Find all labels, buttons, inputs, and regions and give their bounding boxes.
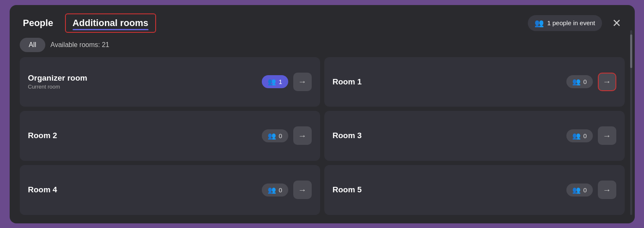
people-badge-icon: 👥	[534, 18, 544, 28]
room-count-room5: 👥 0	[566, 183, 592, 197]
count-icon-room1: 👥	[572, 78, 581, 86]
room-name-room4: Room 4	[28, 185, 257, 194]
available-rooms-text: Available rooms: 21	[50, 41, 109, 49]
header-row: People Additional rooms 👥 1 people in ev…	[20, 13, 625, 33]
room-card-organizer: Organizer room Current room 👥 1 →︎	[20, 57, 320, 107]
room-name-organizer: Organizer room	[28, 73, 257, 83]
header-right: 👥 1 people in event ✕	[528, 15, 624, 31]
main-panel: People Additional rooms 👥 1 people in ev…	[10, 5, 635, 223]
join-arrow-room4: →︎	[298, 185, 307, 195]
join-button-room4[interactable]: →︎	[293, 181, 312, 199]
people-badge-label: 1 people in event	[547, 19, 595, 26]
filter-row: All Available rooms: 21	[20, 38, 625, 52]
count-value-room3: 0	[583, 132, 587, 139]
room-name-block-room3: Room 3	[333, 131, 562, 140]
room-count-room4: 👥 0	[262, 183, 288, 197]
count-icon-room4: 👥	[268, 186, 276, 194]
room-subtitle-organizer: Current room	[28, 84, 257, 90]
count-value-room1: 0	[583, 78, 587, 85]
join-button-room5[interactable]: →︎	[598, 181, 616, 199]
room-card-room1: Room 1 👥 0 →︎	[324, 57, 625, 107]
room-name-room1: Room 1	[333, 77, 562, 86]
count-value-room4: 0	[279, 186, 282, 194]
room-name-room2: Room 2	[28, 131, 257, 140]
join-arrow-organizer: →︎	[298, 77, 307, 86]
rooms-grid: Organizer room Current room 👥 1 →︎ Room …	[20, 57, 625, 215]
room-count-room3: 👥 0	[566, 129, 592, 142]
room-card-room5: Room 5 👥 0 →︎	[324, 165, 625, 215]
count-value-room2: 0	[279, 132, 282, 139]
people-in-event-badge: 👥 1 people in event	[528, 15, 602, 31]
room-name-block-organizer: Organizer room Current room	[28, 73, 257, 90]
room-card-room3: Room 3 👥 0 →︎	[324, 111, 625, 161]
tab-additional-rooms[interactable]: Additional rooms	[65, 13, 156, 33]
count-value-room5: 0	[583, 186, 587, 194]
count-value-organizer: 1	[279, 78, 282, 85]
join-button-room1[interactable]: →︎	[598, 73, 616, 91]
room-count-organizer: 👥 1	[262, 75, 288, 88]
count-icon-room3: 👥	[572, 132, 581, 140]
tab-people[interactable]: People	[20, 14, 60, 32]
room-name-block-room5: Room 5	[333, 185, 562, 194]
join-button-room2[interactable]: →︎	[293, 126, 312, 145]
join-arrow-room3: →︎	[603, 131, 611, 141]
count-icon-room2: 👥	[268, 132, 276, 140]
count-icon-room5: 👥	[572, 186, 581, 194]
join-button-organizer[interactable]: →︎	[293, 73, 312, 91]
scrollbar-track[interactable]	[630, 30, 632, 215]
join-arrow-room5: →︎	[603, 185, 611, 195]
room-count-room2: 👥 0	[262, 129, 288, 142]
join-arrow-room1: →︎	[603, 77, 611, 86]
join-arrow-room2: →︎	[298, 131, 307, 141]
room-card-room2: Room 2 👥 0 →︎	[20, 111, 320, 161]
room-name-block-room2: Room 2	[28, 131, 257, 140]
count-icon-organizer: 👥	[268, 78, 276, 86]
room-name-block-room1: Room 1	[333, 77, 562, 86]
room-name-room5: Room 5	[333, 185, 562, 194]
scrollbar-thumb[interactable]	[630, 34, 632, 68]
room-name-room3: Room 3	[333, 131, 562, 140]
room-count-room1: 👥 0	[566, 75, 592, 88]
room-name-block-room4: Room 4	[28, 185, 257, 194]
close-button[interactable]: ✕	[609, 16, 625, 30]
all-filter-button[interactable]: All	[20, 38, 46, 52]
room-card-room4: Room 4 👥 0 →︎	[20, 165, 320, 215]
join-button-room3[interactable]: →︎	[598, 126, 616, 145]
